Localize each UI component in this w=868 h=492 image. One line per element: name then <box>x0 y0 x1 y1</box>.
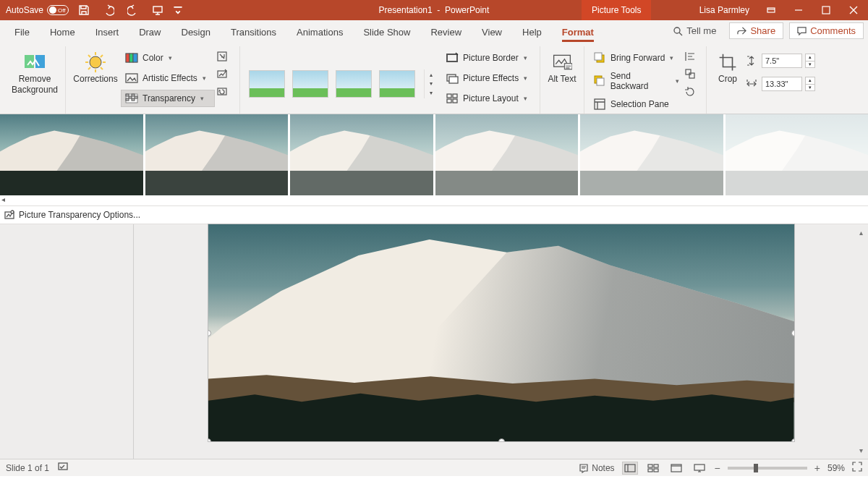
ribbon-display-icon[interactable] <box>760 0 783 20</box>
picture-style-thumb[interactable] <box>292 70 328 98</box>
corrections-button[interactable]: Corrections <box>70 46 121 114</box>
selected-picture[interactable] <box>208 224 794 441</box>
spellcheck-icon[interactable] <box>58 462 68 474</box>
user-name[interactable]: Lisa Parmley <box>699 5 749 15</box>
share-button[interactable]: Share <box>729 22 783 39</box>
gallery-scroll-left-icon[interactable]: ◂ <box>1 195 10 204</box>
slide-counter[interactable]: Slide 1 of 1 <box>6 463 49 473</box>
picture-style-thumb[interactable] <box>379 70 415 98</box>
picture-style-thumb[interactable] <box>336 70 372 98</box>
picture-border-button[interactable]: Picture Border▾ <box>441 49 535 67</box>
alt-text-button[interactable]: Alt Text <box>545 46 579 114</box>
align-icon[interactable] <box>683 49 697 64</box>
picture-styles-gallery[interactable]: ▴▾▾ <box>244 46 441 114</box>
notes-button[interactable]: Notes <box>579 463 614 473</box>
tab-file[interactable]: File <box>4 20 40 43</box>
picture-style-thumb[interactable] <box>249 70 285 98</box>
zoom-level[interactable]: 59% <box>827 463 845 473</box>
group-icon[interactable] <box>683 67 697 81</box>
tab-slideshow[interactable]: Slide Show <box>353 20 420 43</box>
resize-handle[interactable] <box>791 438 794 441</box>
autosave-toggle[interactable]: AutoSave Off <box>6 5 69 15</box>
slide-thumbnail-pane[interactable] <box>0 224 134 459</box>
zoom-slider[interactable] <box>728 467 807 470</box>
transparency-preset[interactable] <box>145 114 289 195</box>
height-input[interactable]: 7.5" ▴▾ <box>744 54 824 68</box>
change-picture-icon[interactable] <box>215 67 229 81</box>
tab-format[interactable]: Format <box>552 20 604 43</box>
svg-rect-16 <box>135 96 137 98</box>
status-bar: Slide 1 of 1 Notes − + 59% <box>0 459 868 476</box>
resize-handle[interactable] <box>498 438 505 441</box>
vertical-scrollbar[interactable]: ▴ ▾ <box>855 229 867 454</box>
artistic-effects-button[interactable]: Artistic Effects▾ <box>121 69 215 87</box>
svg-rect-37 <box>689 73 694 78</box>
transparency-preset[interactable] <box>726 114 869 195</box>
fit-to-window-icon[interactable] <box>852 462 862 474</box>
bring-forward-button[interactable]: Bring Forward▾ <box>589 49 683 67</box>
reading-view-icon[interactable] <box>668 462 684 475</box>
autosave-state: Off <box>58 7 66 14</box>
tab-insert[interactable]: Insert <box>85 20 129 43</box>
redo-icon[interactable] <box>124 1 142 20</box>
tab-view[interactable]: View <box>472 20 512 43</box>
tab-animations[interactable]: Animations <box>286 20 353 43</box>
normal-view-icon[interactable] <box>622 462 638 475</box>
selection-pane-button[interactable]: Selection Pane <box>589 96 683 113</box>
maximize-icon[interactable] <box>814 0 838 20</box>
transparency-preset[interactable] <box>290 114 433 195</box>
color-button[interactable]: Color▾ <box>121 49 215 67</box>
alt-text-icon <box>550 51 574 74</box>
comments-button[interactable]: Comments <box>789 22 864 39</box>
transparency-preset[interactable] <box>435 114 579 195</box>
zoom-out-icon[interactable]: − <box>715 462 720 474</box>
svg-rect-35 <box>595 99 605 109</box>
sorter-view-icon[interactable] <box>645 462 661 475</box>
tab-home[interactable]: Home <box>40 20 85 43</box>
scroll-down-icon[interactable]: ▾ <box>859 446 863 454</box>
remove-background-button[interactable]: Remove Background <box>9 46 61 114</box>
svg-rect-25 <box>447 94 451 98</box>
transparency-button[interactable]: Transparency▾ <box>121 90 215 107</box>
width-input[interactable]: 13.33" ▴▾ <box>744 77 824 91</box>
crop-button[interactable]: Crop <box>711 46 744 114</box>
minimize-icon[interactable] <box>787 0 810 20</box>
transparency-preset[interactable] <box>580 114 723 195</box>
svg-point-6 <box>90 56 101 68</box>
tell-me-search[interactable]: Tell me <box>665 25 723 36</box>
resize-handle[interactable] <box>208 438 211 441</box>
reset-picture-icon[interactable] <box>215 84 229 98</box>
gallery-more-icon[interactable]: ▴▾▾ <box>424 69 437 98</box>
qat-more-icon[interactable] <box>173 1 183 20</box>
undo-icon[interactable] <box>99 1 118 20</box>
close-icon[interactable] <box>842 0 865 20</box>
transparency-preset[interactable] <box>0 114 143 195</box>
contextual-tab-picture-tools[interactable]: Picture Tools <box>582 0 651 20</box>
slideshow-view-icon[interactable] <box>692 462 707 475</box>
compress-pictures-icon[interactable] <box>215 49 229 64</box>
slide-stage[interactable]: ▴ ▾ <box>134 224 868 459</box>
zoom-in-icon[interactable]: + <box>814 462 820 474</box>
tab-review[interactable]: Review <box>420 20 472 43</box>
transparency-options-button[interactable]: Picture Transparency Options... <box>0 205 868 224</box>
scroll-up-icon[interactable]: ▴ <box>859 229 863 237</box>
save-icon[interactable] <box>75 1 93 20</box>
width-spinner[interactable]: ▴▾ <box>805 77 815 91</box>
tab-draw[interactable]: Draw <box>129 20 171 43</box>
tab-help[interactable]: Help <box>512 20 552 43</box>
picture-layout-button[interactable]: Picture Layout▾ <box>441 90 535 107</box>
height-spinner[interactable]: ▴▾ <box>805 54 815 68</box>
tab-design[interactable]: Design <box>171 20 221 43</box>
ribbon-tabs: File Home Insert Draw Design Transitions… <box>0 20 868 43</box>
picture-effects-button[interactable]: Picture Effects▾ <box>441 69 535 87</box>
svg-rect-36 <box>686 69 691 75</box>
tab-transitions[interactable]: Transitions <box>221 20 286 43</box>
rotate-icon[interactable] <box>683 84 697 98</box>
width-icon <box>744 77 759 91</box>
svg-point-3 <box>674 27 680 33</box>
svg-rect-34 <box>597 78 604 85</box>
color-icon <box>124 51 139 65</box>
present-icon[interactable] <box>148 1 167 20</box>
send-backward-button[interactable]: Send Backward▾ <box>589 69 683 93</box>
svg-rect-42 <box>648 465 652 467</box>
